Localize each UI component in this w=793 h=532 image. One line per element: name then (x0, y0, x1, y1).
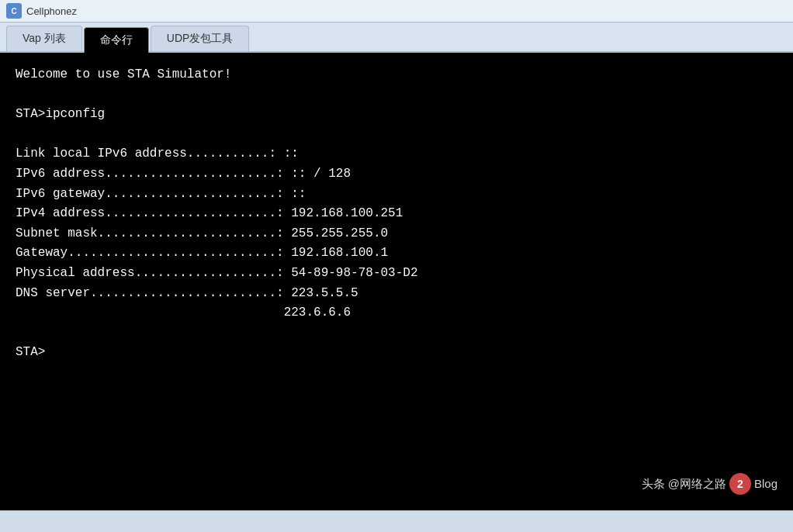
watermark-text: 头条 @网络之路 (642, 475, 726, 493)
watermark-circle-label: 2 (737, 475, 743, 492)
terminal-line-8: Subnet mask........................: 255… (16, 224, 777, 244)
app-title: Cellphonez (26, 5, 77, 17)
tab-udp[interactable]: UDP发包工具 (151, 26, 250, 51)
terminal-line-12: 223.6.6.6 (16, 303, 777, 323)
app-window: C Cellphonez Vap 列表 命令行 UDP发包工具 Welcome … (0, 0, 793, 532)
terminal-line-7: IPv4 address.......................: 192… (16, 204, 777, 224)
terminal-line-2: STA>ipconfig (16, 105, 777, 125)
terminal-line-5: IPv6 address.......................: :: … (16, 164, 777, 185)
title-bar-logo: C Cellphonez (6, 3, 77, 19)
terminal-line-1 (16, 85, 777, 105)
terminal-line-0: Welcome to use STA Simulator! (16, 65, 777, 85)
terminal-line-3 (16, 125, 777, 145)
terminal-line-6: IPv6 gateway.......................: :: (16, 185, 777, 205)
terminal-line-10: Physical address...................: 54-… (16, 264, 777, 284)
tab-bar: Vap 列表 命令行 UDP发包工具 (0, 22, 793, 53)
terminal-area[interactable]: Welcome to use STA Simulator! STA>ipconf… (0, 53, 793, 510)
terminal-line-9: Gateway............................: 192… (16, 244, 777, 264)
app-logo-icon: C (6, 3, 22, 19)
title-bar: C Cellphonez (0, 0, 793, 22)
terminal-line-13 (16, 323, 777, 344)
watermark-circle: 2 (729, 473, 751, 495)
terminal-line-11: DNS server.........................: 223… (16, 284, 777, 304)
watermark: 头条 @网络之路 2 Blog (642, 473, 777, 495)
logo-text: C (11, 7, 16, 16)
tab-vap[interactable]: Vap 列表 (6, 26, 82, 51)
bottom-bar (0, 510, 793, 532)
watermark-blog: Blog (754, 475, 777, 493)
tab-cmd[interactable]: 命令行 (84, 27, 149, 53)
terminal-line-14: STA> (16, 343, 777, 363)
terminal-line-4: Link local IPv6 address...........: :: (16, 144, 777, 164)
